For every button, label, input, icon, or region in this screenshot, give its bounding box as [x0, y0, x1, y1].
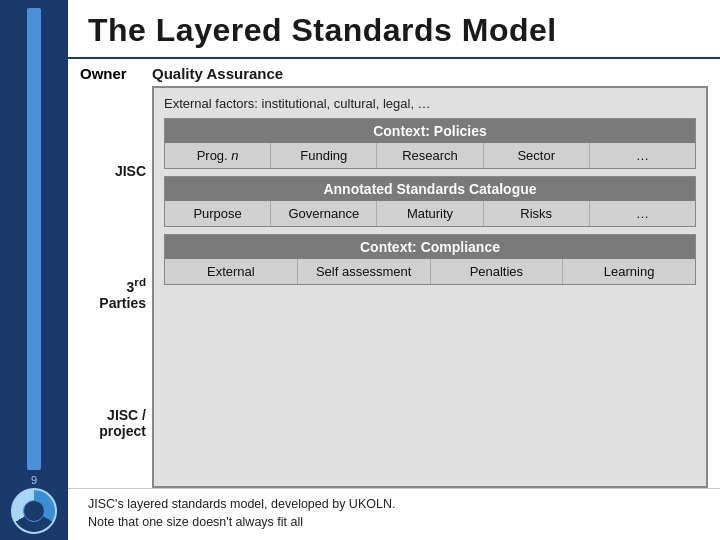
owner-jisc: JISC: [80, 163, 146, 180]
footer-line2: Note that one size doesn't always fit al…: [88, 515, 303, 529]
layer-compliance-cells: External Self assessment Penalties Learn…: [165, 259, 695, 284]
cell-governance: Governance: [271, 201, 377, 226]
owner-3rd-parties: 3rdParties: [80, 275, 146, 312]
left-owner-labels: JISC 3rdParties JISC /project: [80, 86, 152, 488]
slide: 9 The Layered Standards Model Owner Qual…: [0, 0, 720, 540]
diagram-box: External factors: institutional, cultura…: [152, 86, 708, 488]
bottom-logo-area: 9: [0, 474, 68, 534]
slide-number: 9: [31, 474, 37, 486]
owner-label: Owner: [80, 65, 152, 82]
cell-ellipsis-1: …: [590, 143, 695, 168]
left-sidebar: 9: [0, 0, 68, 540]
cell-risks: Risks: [484, 201, 590, 226]
cell-purpose: Purpose: [165, 201, 271, 226]
cell-penalties: Penalties: [431, 259, 564, 284]
cell-maturity: Maturity: [377, 201, 483, 226]
cell-external: External: [165, 259, 298, 284]
title-bar: The Layered Standards Model: [68, 0, 720, 59]
layer-annotated-cells: Purpose Governance Maturity Risks …: [165, 201, 695, 226]
ukoln-logo-inner: [23, 500, 45, 522]
main-content: The Layered Standards Model Owner Qualit…: [68, 0, 720, 540]
ukoln-logo: [11, 488, 57, 534]
external-factors-text: External factors: institutional, cultura…: [164, 96, 696, 111]
top-owner-row: Owner Quality Assurance: [80, 65, 708, 82]
layer-annotated-standards: Annotated Standards Catalogue Purpose Go…: [164, 176, 696, 227]
layer-annotated-header: Annotated Standards Catalogue: [165, 177, 695, 201]
layer-context-policies-cells: Prog. n Funding Research Sector …: [165, 143, 695, 168]
cell-learning: Learning: [563, 259, 695, 284]
main-diagram: JISC 3rdParties JISC /project External f…: [80, 86, 708, 488]
footer-line1: JISC's layered standards model, develope…: [88, 497, 395, 511]
cell-ellipsis-2: …: [590, 201, 695, 226]
cell-self-assessment: Self assessment: [298, 259, 431, 284]
owners-and-layers: Owner Quality Assurance JISC 3rdParties …: [68, 59, 720, 488]
page-title: The Layered Standards Model: [88, 12, 700, 49]
cell-sector: Sector: [484, 143, 590, 168]
cell-research: Research: [377, 143, 483, 168]
layer-context-policies-header: Context: Policies: [165, 119, 695, 143]
footer: JISC's layered standards model, develope…: [68, 488, 720, 541]
qa-label: Quality Assurance: [152, 65, 283, 82]
blue-stripe-accent: [27, 8, 41, 470]
layer-compliance-header: Context: Compliance: [165, 235, 695, 259]
layer-context-policies: Context: Policies Prog. n Funding Resear…: [164, 118, 696, 169]
cell-prog-n: Prog. n: [165, 143, 271, 168]
owner-jisc-project: JISC /project: [80, 407, 146, 441]
layer-context-compliance: Context: Compliance External Self assess…: [164, 234, 696, 285]
cell-funding: Funding: [271, 143, 377, 168]
